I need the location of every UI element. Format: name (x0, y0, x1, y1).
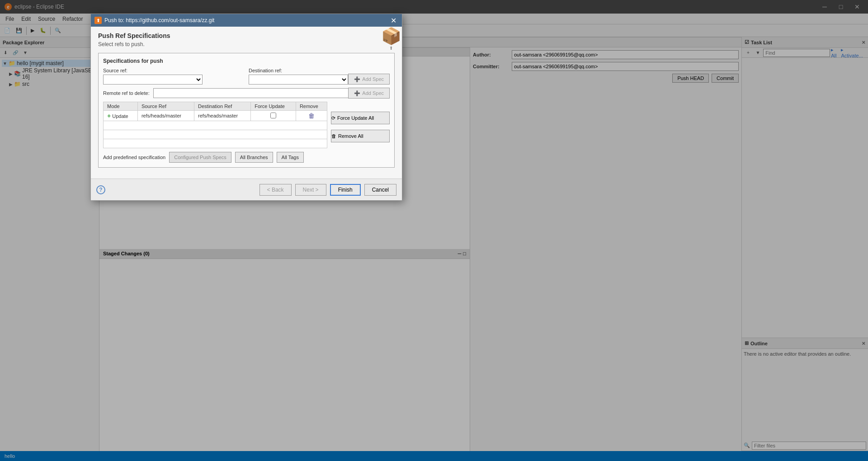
configured-push-specs-button[interactable]: Configured Push Specs (169, 152, 231, 163)
specs-title: Specifications for push (103, 58, 390, 64)
col-mode: Mode (104, 102, 138, 111)
predefined-label: Add predefined specification (103, 155, 165, 160)
col-remove: Remove (296, 102, 327, 111)
empty-row-2 (104, 130, 327, 139)
source-ref-select[interactable] (103, 75, 203, 85)
force-update-checkbox[interactable] (270, 113, 276, 118)
all-branches-button[interactable]: All Branches (235, 152, 273, 163)
force-update-icon: ⟳ (331, 115, 335, 121)
col-destination: Destination Ref (194, 102, 251, 111)
help-icon[interactable]: ? (96, 185, 105, 194)
delete-icon[interactable]: 🗑 (308, 112, 315, 119)
dest-ref-select[interactable] (249, 75, 348, 85)
col-force: Force Update (251, 102, 296, 111)
row-force-update[interactable] (251, 111, 296, 121)
predefined-row: Add predefined specification Configured … (103, 152, 390, 163)
table-row: + Update refs/heads/master refs/heads/ma… (104, 111, 327, 121)
dialog-title-bar: ⬆ Push to: https://github.com/out-samsar… (91, 14, 402, 27)
dialog-main-title: Push Ref Specifications (98, 32, 395, 39)
force-update-all-label: Force Update All (337, 115, 374, 121)
add-spec-button-top[interactable]: ➕ Add Spec (348, 74, 390, 85)
row-remove[interactable]: 🗑 (296, 111, 327, 121)
dialog-title-icon: ⬆ (94, 17, 102, 24)
row-destination: refs/heads/master (194, 111, 251, 121)
remove-all-button[interactable]: 🗑 Remove All (331, 130, 390, 142)
spec-table: Mode Source Ref Destination Ref Force Up… (103, 102, 327, 148)
specs-section: Specifications for push Source ref: Dest… (98, 53, 395, 168)
all-tags-button[interactable]: All Tags (277, 152, 304, 163)
push-icon: 📦 ⬆ (380, 27, 402, 48)
remote-ref-row: Remote ref to delete: ➕ Add Spec (103, 88, 390, 98)
finish-button[interactable]: Finish (330, 184, 361, 196)
empty-row-3 (104, 139, 327, 148)
push-dialog: ⬆ Push to: https://github.com/out-samsar… (90, 14, 402, 201)
row-source: refs/heads/master (137, 111, 194, 121)
next-button[interactable]: Next > (295, 184, 326, 196)
mode-icon: + (107, 112, 111, 119)
modal-overlay: ⬆ Push to: https://github.com/out-samsar… (0, 0, 868, 461)
remove-all-icon: 🗑 (331, 133, 336, 139)
dialog-body: 📦 ⬆ Push Ref Specifications Select refs … (91, 27, 402, 179)
dialog-close-button[interactable]: ✕ (389, 16, 398, 25)
col-source: Source Ref (137, 102, 194, 111)
row-mode: + Update (104, 111, 138, 121)
dialog-title: Push to: https://github.com/out-samsara/… (104, 17, 386, 24)
source-ref-label: Source ref: (103, 68, 244, 73)
add-spec-icon-2: ➕ (354, 90, 360, 96)
add-spec-icon: ➕ (354, 76, 360, 82)
dest-ref-label: Destination ref: (249, 68, 390, 73)
add-spec-label-2: Add Spec (362, 90, 384, 96)
empty-row-1 (104, 121, 327, 130)
remote-ref-label: Remote ref to delete: (103, 90, 150, 96)
source-ref-group: Source ref: (103, 68, 244, 85)
remove-all-label: Remove All (338, 133, 363, 139)
cancel-button[interactable]: Cancel (364, 184, 396, 196)
add-spec-button-bottom[interactable]: ➕ Add Spec (348, 88, 390, 99)
back-button[interactable]: < Back (259, 184, 292, 196)
force-update-all-button[interactable]: ⟳ Force Update All (331, 112, 390, 124)
add-spec-label: Add Spec (362, 76, 384, 82)
dialog-footer: ? < Back Next > Finish Cancel (91, 179, 402, 200)
dialog-subtitle: Select refs to push. (98, 41, 395, 47)
